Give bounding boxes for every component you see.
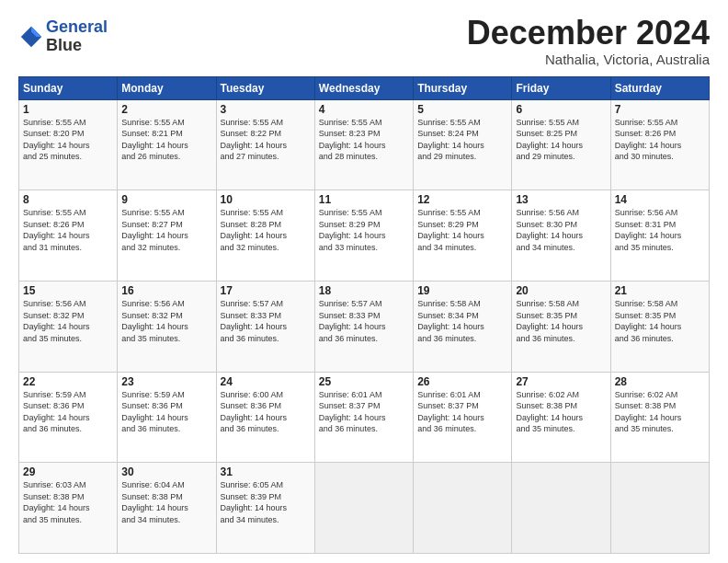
table-row: 19Sunrise: 5:58 AM Sunset: 8:34 PM Dayli… bbox=[414, 281, 512, 372]
day-number: 12 bbox=[417, 193, 507, 206]
day-number: 14 bbox=[615, 193, 705, 206]
table-row: 6Sunrise: 5:55 AM Sunset: 8:25 PM Daylig… bbox=[512, 99, 610, 190]
day-info: Sunrise: 5:55 AM Sunset: 8:22 PM Dayligh… bbox=[221, 117, 311, 163]
col-saturday: Saturday bbox=[610, 76, 709, 99]
table-row: 13Sunrise: 5:56 AM Sunset: 8:30 PM Dayli… bbox=[512, 190, 610, 282]
table-row bbox=[314, 463, 413, 554]
day-number: 16 bbox=[121, 284, 211, 297]
day-info: Sunrise: 5:55 AM Sunset: 8:21 PM Dayligh… bbox=[121, 117, 211, 163]
day-info: Sunrise: 5:56 AM Sunset: 8:30 PM Dayligh… bbox=[516, 207, 606, 253]
table-row: 31Sunrise: 6:05 AM Sunset: 8:39 PM Dayli… bbox=[216, 463, 314, 554]
table-row: 30Sunrise: 6:04 AM Sunset: 8:38 PM Dayli… bbox=[118, 463, 216, 554]
day-number: 20 bbox=[516, 284, 606, 297]
title-block: December 2024 Nathalia, Victoria, Austra… bbox=[467, 15, 710, 67]
table-row: 11Sunrise: 5:55 AM Sunset: 8:29 PM Dayli… bbox=[314, 190, 413, 282]
day-info: Sunrise: 5:55 AM Sunset: 8:25 PM Dayligh… bbox=[516, 117, 606, 163]
day-info: Sunrise: 5:55 AM Sunset: 8:29 PM Dayligh… bbox=[319, 207, 409, 253]
table-row: 7Sunrise: 5:55 AM Sunset: 8:26 PM Daylig… bbox=[610, 99, 709, 190]
col-monday: Monday bbox=[118, 76, 216, 99]
day-info: Sunrise: 5:57 AM Sunset: 8:33 PM Dayligh… bbox=[221, 298, 311, 344]
day-number: 25 bbox=[319, 375, 409, 388]
day-number: 8 bbox=[23, 193, 113, 206]
table-row: 5Sunrise: 5:55 AM Sunset: 8:24 PM Daylig… bbox=[414, 99, 512, 190]
day-number: 30 bbox=[121, 465, 211, 478]
table-row: 18Sunrise: 5:57 AM Sunset: 8:33 PM Dayli… bbox=[314, 281, 413, 372]
table-row: 12Sunrise: 5:55 AM Sunset: 8:29 PM Dayli… bbox=[414, 190, 512, 282]
table-row: 28Sunrise: 6:02 AM Sunset: 8:38 PM Dayli… bbox=[610, 372, 709, 463]
day-info: Sunrise: 5:55 AM Sunset: 8:26 PM Dayligh… bbox=[615, 117, 705, 163]
table-row bbox=[610, 463, 709, 554]
table-row: 26Sunrise: 6:01 AM Sunset: 8:37 PM Dayli… bbox=[414, 372, 512, 463]
table-row bbox=[512, 463, 610, 554]
day-info: Sunrise: 5:55 AM Sunset: 8:27 PM Dayligh… bbox=[121, 207, 211, 253]
day-info: Sunrise: 5:57 AM Sunset: 8:33 PM Dayligh… bbox=[319, 298, 409, 344]
month-title: December 2024 bbox=[467, 15, 710, 52]
day-number: 3 bbox=[221, 103, 311, 116]
table-row: 10Sunrise: 5:55 AM Sunset: 8:28 PM Dayli… bbox=[216, 190, 314, 282]
day-number: 17 bbox=[221, 284, 311, 297]
day-info: Sunrise: 5:55 AM Sunset: 8:29 PM Dayligh… bbox=[417, 207, 507, 253]
col-thursday: Thursday bbox=[414, 76, 512, 99]
day-number: 6 bbox=[516, 103, 606, 116]
day-info: Sunrise: 5:55 AM Sunset: 8:24 PM Dayligh… bbox=[417, 117, 507, 163]
table-row: 24Sunrise: 6:00 AM Sunset: 8:36 PM Dayli… bbox=[216, 372, 314, 463]
location-subtitle: Nathalia, Victoria, Australia bbox=[467, 52, 710, 67]
table-row: 16Sunrise: 5:56 AM Sunset: 8:32 PM Dayli… bbox=[118, 281, 216, 372]
day-number: 28 bbox=[615, 375, 705, 388]
day-info: Sunrise: 5:58 AM Sunset: 8:35 PM Dayligh… bbox=[615, 298, 705, 344]
day-info: Sunrise: 5:56 AM Sunset: 8:32 PM Dayligh… bbox=[121, 298, 211, 344]
day-number: 15 bbox=[23, 284, 113, 297]
day-number: 13 bbox=[516, 193, 606, 206]
col-tuesday: Tuesday bbox=[216, 76, 314, 99]
day-number: 23 bbox=[121, 375, 211, 388]
day-info: Sunrise: 6:01 AM Sunset: 8:37 PM Dayligh… bbox=[319, 389, 409, 435]
day-number: 21 bbox=[615, 284, 705, 297]
table-row: 15Sunrise: 5:56 AM Sunset: 8:32 PM Dayli… bbox=[19, 281, 118, 372]
day-info: Sunrise: 5:55 AM Sunset: 8:20 PM Dayligh… bbox=[23, 117, 113, 163]
day-number: 27 bbox=[516, 375, 606, 388]
table-row: 9Sunrise: 5:55 AM Sunset: 8:27 PM Daylig… bbox=[118, 190, 216, 282]
table-row: 23Sunrise: 5:59 AM Sunset: 8:36 PM Dayli… bbox=[118, 372, 216, 463]
day-number: 11 bbox=[319, 193, 409, 206]
day-number: 9 bbox=[121, 193, 211, 206]
table-row: 14Sunrise: 5:56 AM Sunset: 8:31 PM Dayli… bbox=[610, 190, 709, 282]
calendar-header-row: Sunday Monday Tuesday Wednesday Thursday… bbox=[19, 76, 710, 99]
day-number: 2 bbox=[121, 103, 211, 116]
table-row: 22Sunrise: 5:59 AM Sunset: 8:36 PM Dayli… bbox=[19, 372, 118, 463]
logo-text: General Blue bbox=[46, 18, 108, 55]
table-row: 20Sunrise: 5:58 AM Sunset: 8:35 PM Dayli… bbox=[512, 281, 610, 372]
day-info: Sunrise: 5:58 AM Sunset: 8:34 PM Dayligh… bbox=[417, 298, 507, 344]
day-number: 24 bbox=[221, 375, 311, 388]
col-sunday: Sunday bbox=[19, 76, 118, 99]
day-info: Sunrise: 6:01 AM Sunset: 8:37 PM Dayligh… bbox=[417, 389, 507, 435]
header: General Blue December 2024 Nathalia, Vic… bbox=[18, 15, 710, 67]
day-info: Sunrise: 5:59 AM Sunset: 8:36 PM Dayligh… bbox=[23, 389, 113, 435]
day-info: Sunrise: 5:55 AM Sunset: 8:26 PM Dayligh… bbox=[23, 207, 113, 253]
table-row: 1Sunrise: 5:55 AM Sunset: 8:20 PM Daylig… bbox=[19, 99, 118, 190]
day-number: 4 bbox=[319, 103, 409, 116]
day-info: Sunrise: 5:55 AM Sunset: 8:23 PM Dayligh… bbox=[319, 117, 409, 163]
day-info: Sunrise: 6:00 AM Sunset: 8:36 PM Dayligh… bbox=[221, 389, 311, 435]
logo: General Blue bbox=[18, 18, 108, 55]
day-info: Sunrise: 5:59 AM Sunset: 8:36 PM Dayligh… bbox=[121, 389, 211, 435]
day-info: Sunrise: 5:56 AM Sunset: 8:31 PM Dayligh… bbox=[615, 207, 705, 253]
page: General Blue December 2024 Nathalia, Vic… bbox=[0, 0, 728, 563]
day-number: 1 bbox=[23, 103, 113, 116]
day-info: Sunrise: 6:04 AM Sunset: 8:38 PM Dayligh… bbox=[121, 479, 211, 525]
calendar-table: Sunday Monday Tuesday Wednesday Thursday… bbox=[18, 76, 710, 554]
logo-icon bbox=[18, 24, 44, 50]
day-number: 26 bbox=[417, 375, 507, 388]
table-row: 8Sunrise: 5:55 AM Sunset: 8:26 PM Daylig… bbox=[19, 190, 118, 282]
day-number: 22 bbox=[23, 375, 113, 388]
day-number: 18 bbox=[319, 284, 409, 297]
day-info: Sunrise: 5:55 AM Sunset: 8:28 PM Dayligh… bbox=[221, 207, 311, 253]
col-friday: Friday bbox=[512, 76, 610, 99]
day-number: 5 bbox=[417, 103, 507, 116]
table-row: 17Sunrise: 5:57 AM Sunset: 8:33 PM Dayli… bbox=[216, 281, 314, 372]
table-row: 4Sunrise: 5:55 AM Sunset: 8:23 PM Daylig… bbox=[314, 99, 413, 190]
table-row bbox=[414, 463, 512, 554]
day-number: 7 bbox=[615, 103, 705, 116]
table-row: 3Sunrise: 5:55 AM Sunset: 8:22 PM Daylig… bbox=[216, 99, 314, 190]
table-row: 25Sunrise: 6:01 AM Sunset: 8:37 PM Dayli… bbox=[314, 372, 413, 463]
table-row: 29Sunrise: 6:03 AM Sunset: 8:38 PM Dayli… bbox=[19, 463, 118, 554]
